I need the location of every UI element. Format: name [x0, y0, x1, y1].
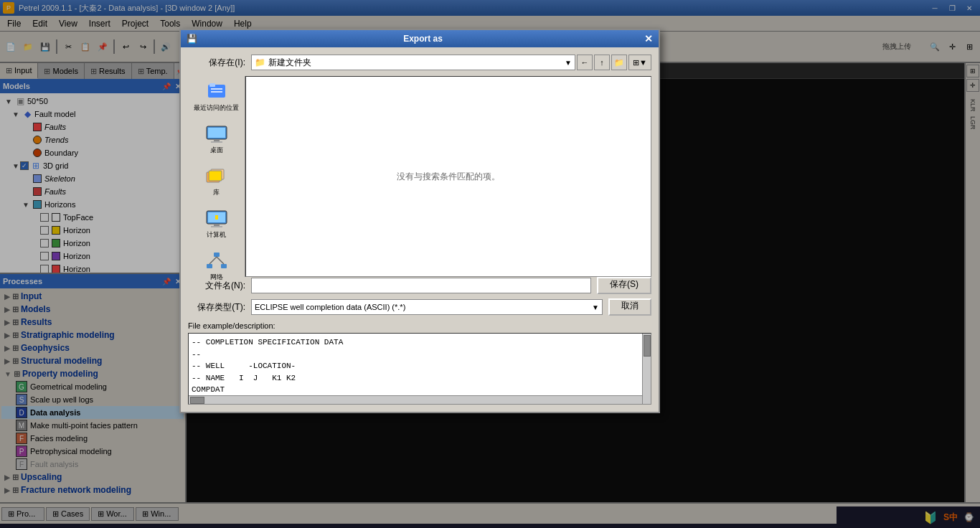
svg-rect-14 — [211, 226, 222, 227]
view-toggle-btn[interactable]: ⊞▼ — [628, 55, 651, 70]
network-icon — [205, 251, 228, 271]
save-location-dropdown[interactable]: 📁 新建文件夹 ▼ — [251, 55, 575, 70]
filetype-arrow-icon: ▼ — [592, 303, 599, 311]
modal-close-btn[interactable]: ✕ — [644, 33, 653, 44]
library-icon — [205, 166, 228, 187]
cancel-button[interactable]: 取消 — [608, 298, 651, 316]
nav-desktop-label: 桌面 — [210, 146, 223, 155]
svg-line-20 — [217, 257, 224, 264]
nav-computer-label: 计算机 — [207, 230, 226, 240]
filetype-label: 保存类型(T): — [188, 301, 245, 314]
nav-recent[interactable]: 最近访问的位置 — [191, 79, 242, 116]
modal-body: 保存在(I): 📁 新建文件夹 ▼ ← ↑ 📁 ⊞▼ — [181, 47, 659, 412]
svg-rect-1 — [209, 83, 215, 87]
export-dialog: 💾 Export as ✕ 保存在(I): 📁 新建文件夹 ▼ — [179, 29, 660, 413]
save-button[interactable]: 保存(S) — [597, 277, 651, 294]
location-toolbar: ← ↑ 📁 ⊞▼ — [577, 55, 651, 70]
modal-title-icon: 💾 — [187, 34, 197, 44]
svg-rect-6 — [214, 139, 220, 141]
nav-up-btn[interactable]: ↑ — [594, 55, 610, 70]
nav-library[interactable]: 库 — [191, 164, 242, 200]
computer-icon — [205, 209, 228, 229]
save-location-input-group: 📁 新建文件夹 ▼ ← ↑ 📁 ⊞▼ — [251, 55, 651, 70]
save-location-row: 保存在(I): 📁 新建文件夹 ▼ ← ↑ 📁 ⊞▼ — [188, 55, 651, 70]
description-area: -- COMPLETION SPECIFICATION DATA -- -- W… — [188, 333, 651, 405]
file-content-area: 没有与搜索条件匹配的项。 — [245, 76, 651, 277]
description-label: File example/description: — [188, 321, 651, 330]
svg-line-19 — [209, 257, 217, 264]
description-hscrollbar[interactable] — [189, 395, 642, 404]
nav-recent-label: 最近访问的位置 — [194, 103, 239, 113]
svg-rect-7 — [211, 141, 222, 143]
modal-overlay: 💾 Export as ✕ 保存在(I): 📁 新建文件夹 ▼ — [0, 0, 980, 528]
desktop-icon — [205, 124, 228, 144]
svg-rect-16 — [214, 253, 220, 257]
nav-back-btn[interactable]: ← — [577, 55, 593, 70]
file-nav: 最近访问的位置 桌面 — [188, 76, 245, 277]
filetype-value: ECLIPSE well completion data (ASCII) (*.… — [255, 303, 405, 311]
svg-rect-15 — [215, 215, 218, 220]
svg-rect-18 — [221, 264, 227, 268]
description-section: File example/description: -- COMPLETION … — [188, 321, 651, 405]
nav-library-label: 库 — [213, 188, 220, 197]
filetype-dropdown[interactable]: ECLIPSE well completion data (ASCII) (*.… — [251, 299, 603, 315]
modal-title-text: Export as — [403, 34, 443, 44]
filetype-row: 保存类型(T): ECLIPSE well completion data (A… — [188, 298, 651, 316]
svg-rect-13 — [214, 224, 220, 226]
filename-row: 文件名(N): 保存(S) — [188, 277, 651, 294]
nav-computer[interactable]: 计算机 — [191, 206, 242, 242]
svg-rect-5 — [208, 128, 225, 138]
dd-arrow-icon: ▼ — [565, 59, 572, 67]
file-browser: 最近访问的位置 桌面 — [188, 76, 651, 277]
no-match-text: 没有与搜索条件匹配的项。 — [397, 171, 500, 183]
filename-label: 文件名(N): — [188, 280, 245, 292]
description-content: -- COMPLETION SPECIFICATION DATA -- -- W… — [189, 334, 651, 405]
save-location-value: 新建文件夹 — [268, 57, 311, 69]
filename-input[interactable] — [251, 278, 591, 293]
folder-icon: 📁 — [255, 57, 265, 67]
description-scrollbar[interactable] — [642, 334, 651, 404]
svg-rect-17 — [207, 264, 212, 268]
save-location-label: 保存在(I): — [188, 57, 245, 69]
svg-rect-10 — [209, 171, 222, 181]
modal-title-bar: 💾 Export as ✕ — [181, 30, 659, 47]
recent-icon — [205, 82, 228, 102]
nav-new-folder-btn[interactable]: 📁 — [611, 55, 627, 70]
nav-desktop[interactable]: 桌面 — [191, 121, 242, 158]
